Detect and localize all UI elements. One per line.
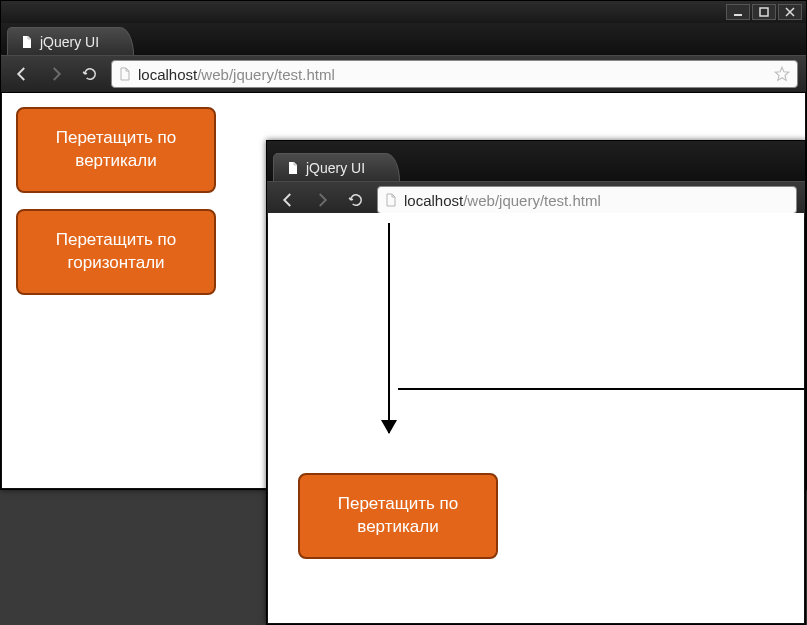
minimize-button[interactable] (726, 4, 750, 20)
tab-title: jQuery UI (40, 34, 99, 50)
reload-icon (347, 191, 365, 209)
draggable-label: Перетащить по вертикали (306, 493, 490, 539)
svg-rect-0 (734, 14, 742, 16)
reload-button[interactable] (343, 187, 369, 213)
draggable-vertical-box[interactable]: Перетащить по вертикали (16, 107, 216, 193)
url-path: /web/jquery/test.html (197, 66, 335, 83)
page-icon (384, 193, 398, 207)
arrow-left-icon (13, 65, 31, 83)
url-host: localhost (138, 66, 197, 83)
browser-tab[interactable]: jQuery UI (273, 153, 400, 181)
close-button[interactable] (778, 4, 802, 20)
url-path: /web/jquery/test.html (463, 192, 601, 209)
page-icon (286, 161, 300, 175)
window-titlebar[interactable] (1, 1, 806, 23)
page-viewport-front: Перетащить по вертикали (268, 213, 804, 623)
url-text[interactable]: localhost/web/jquery/test.html (404, 192, 790, 209)
address-bar[interactable]: localhost/web/jquery/test.html (111, 60, 798, 88)
page-icon (20, 35, 34, 49)
tab-strip: jQuery UI (267, 141, 805, 181)
arrow-left-icon (279, 191, 297, 209)
maximize-button[interactable] (752, 4, 776, 20)
tab-title: jQuery UI (306, 160, 365, 176)
back-button[interactable] (9, 61, 35, 87)
vertical-arrow-icon (388, 223, 390, 433)
draggable-label: Перетащить по горизонтали (24, 229, 208, 275)
minimize-icon (733, 7, 743, 17)
reload-icon (81, 65, 99, 83)
page-icon (118, 67, 132, 81)
draggable-vertical-box[interactable]: Перетащить по вертикали (298, 473, 498, 559)
nav-toolbar: localhost/web/jquery/test.html (1, 55, 806, 93)
forward-button[interactable] (309, 187, 335, 213)
svg-rect-1 (760, 8, 768, 16)
draggable-horizontal-box[interactable]: Перетащить по горизонтали (16, 209, 216, 295)
url-host: localhost (404, 192, 463, 209)
close-icon (785, 7, 795, 17)
arrow-right-icon (313, 191, 331, 209)
arrow-right-icon (47, 65, 65, 83)
maximize-icon (759, 7, 769, 17)
back-button[interactable] (275, 187, 301, 213)
draggable-label: Перетащить по вертикали (24, 127, 208, 173)
browser-tab[interactable]: jQuery UI (7, 27, 134, 55)
address-bar[interactable]: localhost/web/jquery/test.html (377, 186, 797, 214)
bookmark-star-icon[interactable] (773, 65, 791, 83)
url-text[interactable]: localhost/web/jquery/test.html (138, 66, 767, 83)
browser-window-front: jQuery UI localhost/web/jquery/test.html… (266, 140, 806, 625)
tab-strip: jQuery UI (1, 23, 806, 55)
horizontal-line-icon (398, 388, 804, 390)
forward-button[interactable] (43, 61, 69, 87)
reload-button[interactable] (77, 61, 103, 87)
